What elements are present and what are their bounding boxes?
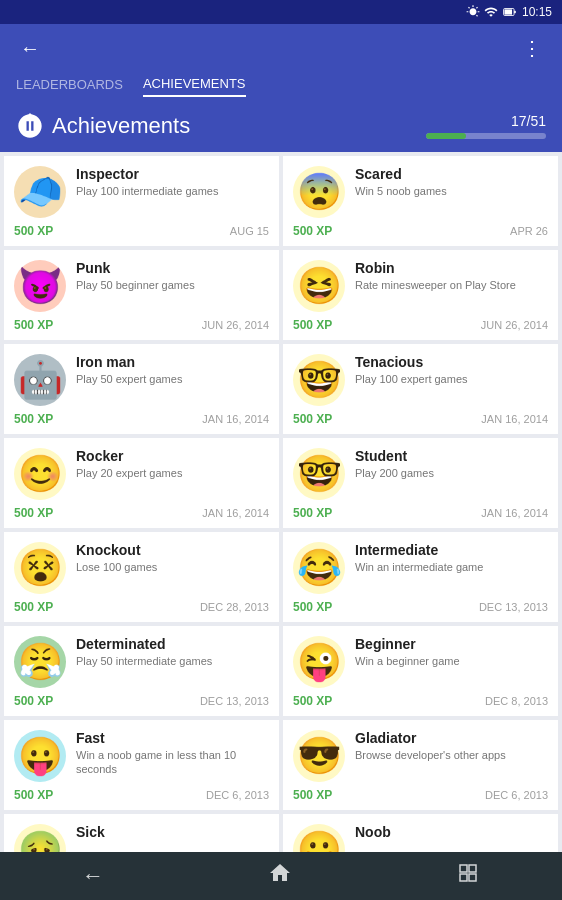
achievement-card-gladiator[interactable]: 😎 Gladiator Browse developer's other app… — [283, 720, 558, 810]
achievement-card-sick[interactable]: 🤢 Sick — [4, 814, 279, 852]
achievement-desc: Play 200 games — [355, 466, 548, 480]
card-footer: 500 XP DEC 8, 2013 — [293, 694, 548, 708]
svg-rect-1 — [514, 11, 516, 13]
card-footer: 500 XP DEC 28, 2013 — [14, 600, 269, 614]
card-info: Iron man Play 50 expert games — [76, 354, 269, 386]
status-bar: 10:15 — [0, 0, 562, 24]
card-top: 😊 Rocker Play 20 expert games — [14, 448, 269, 500]
achievement-emoji-intermediate: 😂 — [293, 542, 345, 594]
achievement-date: DEC 13, 2013 — [200, 695, 269, 707]
achievement-emoji-scared: 😨 — [293, 166, 345, 218]
card-info: Knockout Lose 100 games — [76, 542, 269, 574]
progress-count: 17/51 — [511, 113, 546, 129]
achievement-card-determinated[interactable]: 😤 Determinated Play 50 intermediate game… — [4, 626, 279, 716]
achievement-emoji-noob: 😀 — [293, 824, 345, 852]
achievement-emoji-fast: 😛 — [14, 730, 66, 782]
card-top: 🤢 Sick — [14, 824, 269, 852]
tab-achievements[interactable]: Achievements — [143, 76, 246, 97]
card-info: Punk Play 50 beginner games — [76, 260, 269, 292]
card-top: 🧢 Inspector Play 100 intermediate games — [14, 166, 269, 218]
achievement-date: DEC 6, 2013 — [206, 789, 269, 801]
achievement-date: AUG 15 — [230, 225, 269, 237]
achievement-emoji-robin: 😆 — [293, 260, 345, 312]
achievement-emoji-determinated: 😤 — [14, 636, 66, 688]
achievement-desc: Browse developer's other apps — [355, 748, 548, 762]
back-button[interactable]: ← — [12, 29, 48, 68]
achievement-card-scared[interactable]: 😨 Scared Win 5 noob games 500 XP APR 26 — [283, 156, 558, 246]
achievement-xp: 500 XP — [14, 694, 53, 708]
svg-rect-7 — [469, 874, 476, 881]
achievement-card-tenacious[interactable]: 🤓 Tenacious Play 100 expert games 500 XP… — [283, 344, 558, 434]
achievement-desc: Win a noob game in less than 10 seconds — [76, 748, 269, 777]
achievement-date: JAN 16, 2014 — [481, 413, 548, 425]
tab-leaderboards[interactable]: Leaderboards — [16, 77, 123, 96]
achievement-date: JAN 16, 2014 — [202, 413, 269, 425]
achievement-emoji-tenacious: 🤓 — [293, 354, 345, 406]
achievements-header: Achievements 17/51 — [0, 100, 562, 152]
card-info: Rocker Play 20 expert games — [76, 448, 269, 480]
achievement-card-student[interactable]: 🤓 Student Play 200 games 500 XP JAN 16, … — [283, 438, 558, 528]
achievement-card-inspector[interactable]: 🧢 Inspector Play 100 intermediate games … — [4, 156, 279, 246]
achievement-card-rocker[interactable]: 😊 Rocker Play 20 expert games 500 XP JAN… — [4, 438, 279, 528]
achievement-card-noob[interactable]: 😀 Noob — [283, 814, 558, 852]
card-info: Tenacious Play 100 expert games — [355, 354, 548, 386]
achievement-emoji-beginner: 😜 — [293, 636, 345, 688]
achievement-name: Sick — [76, 824, 269, 840]
achievement-card-intermediate[interactable]: 😂 Intermediate Win an intermediate game … — [283, 532, 558, 622]
alarm-icon — [466, 5, 480, 19]
achievement-card-ironman[interactable]: 🤖 Iron man Play 50 expert games 500 XP J… — [4, 344, 279, 434]
achievement-desc: Play 50 intermediate games — [76, 654, 269, 668]
card-footer: 500 XP AUG 15 — [14, 224, 269, 238]
achievement-date: DEC 8, 2013 — [485, 695, 548, 707]
achievement-name: Fast — [76, 730, 269, 746]
card-top: 😆 Robin Rate minesweeper on Play Store — [293, 260, 548, 312]
achievement-date: APR 26 — [510, 225, 548, 237]
achievement-xp: 500 XP — [293, 224, 332, 238]
tab-bar: Leaderboards Achievements — [0, 72, 562, 100]
achievement-emoji-gladiator: 😎 — [293, 730, 345, 782]
achievement-xp: 500 XP — [14, 318, 53, 332]
achievement-desc: Lose 100 games — [76, 560, 269, 574]
nav-home-button[interactable] — [268, 861, 292, 891]
main-content[interactable]: 🧢 Inspector Play 100 intermediate games … — [0, 152, 562, 852]
card-top: 😨 Scared Win 5 noob games — [293, 166, 548, 218]
card-info: Robin Rate minesweeper on Play Store — [355, 260, 548, 292]
achievement-desc: Play 50 expert games — [76, 372, 269, 386]
achievement-xp: 500 XP — [14, 506, 53, 520]
achievement-name: Knockout — [76, 542, 269, 558]
achievement-desc: Win an intermediate game — [355, 560, 548, 574]
achievement-xp: 500 XP — [14, 788, 53, 802]
achievement-xp: 500 XP — [293, 412, 332, 426]
achievement-card-knockout[interactable]: 😵 Knockout Lose 100 games 500 XP DEC 28,… — [4, 532, 279, 622]
achievement-name: Determinated — [76, 636, 269, 652]
achievement-name: Inspector — [76, 166, 269, 182]
achievement-card-beginner[interactable]: 😜 Beginner Win a beginner game 500 XP DE… — [283, 626, 558, 716]
nav-recent-button[interactable] — [456, 861, 480, 891]
card-top: 🤓 Student Play 200 games — [293, 448, 548, 500]
progress-bar-fill — [426, 133, 466, 139]
achievement-desc: Play 50 beginner games — [76, 278, 269, 292]
achievement-xp: 500 XP — [293, 600, 332, 614]
achievement-xp: 500 XP — [293, 506, 332, 520]
achievement-card-fast[interactable]: 😛 Fast Win a noob game in less than 10 s… — [4, 720, 279, 810]
achievement-date: DEC 28, 2013 — [200, 601, 269, 613]
nav-back-button[interactable]: ← — [82, 863, 104, 889]
more-button[interactable]: ⋮ — [514, 28, 550, 68]
card-footer: 500 XP APR 26 — [293, 224, 548, 238]
card-footer: 500 XP JAN 16, 2014 — [293, 506, 548, 520]
achievements-title: Achievements — [52, 113, 190, 139]
achievement-card-punk[interactable]: 😈 Punk Play 50 beginner games 500 XP JUN… — [4, 250, 279, 340]
achievement-name: Punk — [76, 260, 269, 276]
achievement-date: JUN 26, 2014 — [202, 319, 269, 331]
achievement-emoji-inspector: 🧢 — [14, 166, 66, 218]
achievement-card-robin[interactable]: 😆 Robin Rate minesweeper on Play Store 5… — [283, 250, 558, 340]
achievement-desc: Win 5 noob games — [355, 184, 548, 198]
achievement-name: Iron man — [76, 354, 269, 370]
achievement-name: Rocker — [76, 448, 269, 464]
card-top: 😤 Determinated Play 50 intermediate game… — [14, 636, 269, 688]
achievement-name: Beginner — [355, 636, 548, 652]
achievement-name: Intermediate — [355, 542, 548, 558]
status-icons: 10:15 — [466, 5, 552, 19]
card-top: 😂 Intermediate Win an intermediate game — [293, 542, 548, 594]
card-footer: 500 XP DEC 6, 2013 — [293, 788, 548, 802]
